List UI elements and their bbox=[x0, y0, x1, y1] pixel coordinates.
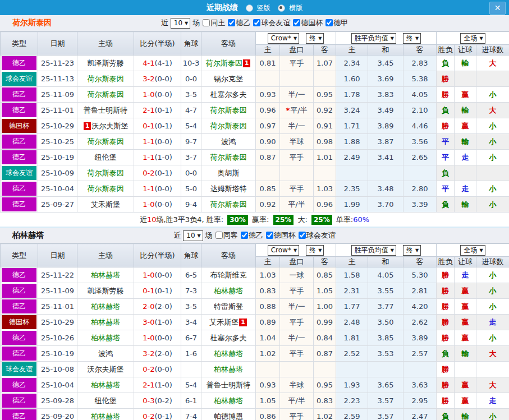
score-cell: 0-1(0-1) bbox=[134, 118, 181, 134]
result-wld-cell: 平 bbox=[437, 150, 455, 165]
score-halftime: (1-0) bbox=[154, 153, 172, 161]
crow-handicap-cell: 平手 bbox=[280, 283, 314, 299]
home-team-name: 沃尔夫斯堡 bbox=[91, 122, 128, 130]
filter-德国杯[interactable]: 德国杯 bbox=[263, 230, 296, 241]
matches-unit-label: 场 bbox=[192, 18, 200, 28]
crow-away-odds-cell: 0.87 bbox=[314, 346, 336, 362]
filter-checkbox[interactable] bbox=[299, 232, 306, 239]
result-handicap-cell: 走 bbox=[455, 267, 476, 283]
avg-draw-odds-cell: 3.57 bbox=[368, 409, 403, 420]
result-goals-cell: 小 bbox=[476, 181, 509, 197]
corners-cell: 5-4 bbox=[181, 118, 201, 134]
filter-checkbox[interactable] bbox=[253, 19, 260, 26]
odds-stage-select[interactable]: 终▼ bbox=[306, 33, 324, 44]
away-team-cell: 杜塞尔多夫 bbox=[201, 87, 256, 103]
table-head: 类型 日期 主场 比分(半场) 角球 客场 Crow*▼ 终▼ 胜平负均值▼ 终… bbox=[1, 32, 509, 56]
match-count-select[interactable]: 10▼ bbox=[183, 230, 203, 241]
col-score: 比分(半场) bbox=[134, 244, 181, 267]
avg-home-odds-cell: 1.58 bbox=[336, 267, 368, 283]
matches-tbody-holstein: 德乙25-11-23凯泽斯劳滕4-1(4-1)10-3荷尔斯泰因10.81平手1… bbox=[1, 56, 509, 213]
subcol-crow-home: 主 bbox=[256, 45, 280, 56]
filters-hertha: 近 10▼ 场 同客德乙德国杯球会友谊 bbox=[173, 230, 335, 241]
avg-home-odds-cell: 1.77 bbox=[336, 299, 368, 315]
filter-同主[interactable]: 同主 bbox=[200, 18, 225, 28]
avg-odds-select[interactable]: 胜平负均值▼ bbox=[351, 245, 396, 256]
crow-home-odds-cell bbox=[256, 362, 280, 377]
league-cell: 德乙 bbox=[1, 409, 38, 420]
avg-draw-odds-cell: 3.53 bbox=[368, 346, 403, 362]
filter-checkbox[interactable] bbox=[203, 19, 210, 26]
odds-stage-select[interactable]: 终▼ bbox=[306, 245, 324, 256]
avg-odds-select[interactable]: 胜平负均值▼ bbox=[351, 33, 396, 44]
league-cell: 德乙 bbox=[1, 181, 38, 197]
home-team-name: 荷尔斯泰因 bbox=[88, 90, 124, 99]
odds-company-select[interactable]: Crow*▼ bbox=[268, 245, 299, 256]
away-team-cell: 波鸿 bbox=[201, 134, 256, 150]
result-goals-cell: 小 bbox=[476, 197, 509, 213]
filter-checkbox[interactable] bbox=[215, 232, 223, 239]
filter-checkbox[interactable] bbox=[293, 19, 300, 26]
avg-draw-odds-cell: 3.87 bbox=[368, 134, 403, 150]
radio-horizontal-label[interactable]: 横版 bbox=[289, 4, 302, 12]
scope-select[interactable]: 全场▼ bbox=[460, 33, 485, 44]
away-team-name: 柏林赫塔 bbox=[214, 365, 243, 373]
away-team-name: 荷尔斯泰因 bbox=[210, 106, 247, 114]
result-wld-cell: 勝 bbox=[437, 87, 455, 103]
filter-德国杯[interactable]: 德国杯 bbox=[290, 18, 323, 28]
avg-away-odds-cell: 5.38 bbox=[403, 71, 437, 87]
matches-table-hertha: 类型 日期 主场 比分(半场) 角球 客场 Crow*▼ 终▼ 胜平负均值▼ 终… bbox=[0, 243, 509, 420]
league-cell: 德乙 bbox=[1, 299, 38, 315]
titlebar: 近期战绩 竖版 横版 ✕ bbox=[0, 0, 509, 15]
recent-results-window: 近期战绩 竖版 横版 ✕ 荷尔斯泰因 近 10▼ 场 同主德乙球会友谊德国杯德甲… bbox=[0, 0, 509, 420]
score-halftime: (0-0) bbox=[154, 90, 172, 99]
league-badge: 德乙 bbox=[2, 331, 36, 345]
league-cell: 德国杯 bbox=[1, 315, 38, 330]
filter-球会友谊[interactable]: 球会友谊 bbox=[250, 18, 290, 28]
league-cell: 球会友谊 bbox=[1, 362, 38, 377]
date-cell: 25-10-29 bbox=[38, 315, 77, 330]
odds-company-select[interactable]: Crow*▼ bbox=[268, 33, 299, 44]
odds-company-value: Crow* bbox=[271, 246, 291, 254]
radio-vertical-icon[interactable] bbox=[246, 4, 253, 12]
score-fulltime: 1-0 bbox=[143, 200, 154, 209]
subcol-avg-home: 主 bbox=[336, 45, 368, 56]
filter-checkbox[interactable] bbox=[325, 19, 333, 26]
avg-home-odds-cell: 1.60 bbox=[336, 71, 368, 87]
match-row: 德乙25-10-19纽伦堡1-1(1-0)3-7荷尔斯泰因0.87平手1.012… bbox=[1, 150, 509, 165]
crow-home-odds-cell: 0.85 bbox=[256, 181, 280, 197]
away-team-cell: 荷尔斯泰因1 bbox=[201, 56, 256, 71]
filter-checkbox[interactable] bbox=[266, 232, 273, 239]
filter-德乙[interactable]: 德乙 bbox=[225, 18, 250, 28]
filter-label: 德甲 bbox=[333, 18, 348, 28]
filter-checkbox[interactable] bbox=[241, 232, 248, 239]
score-halftime: (0-1) bbox=[154, 287, 172, 295]
filter-球会友谊[interactable]: 球会友谊 bbox=[296, 230, 336, 241]
league-badge: 德乙 bbox=[2, 378, 36, 392]
filter-德乙[interactable]: 德乙 bbox=[238, 230, 263, 241]
league-cell: 德乙 bbox=[1, 103, 38, 118]
scope-select[interactable]: 全场▼ bbox=[460, 245, 485, 256]
result-handicap-cell: 走 bbox=[455, 181, 476, 197]
filter-同客[interactable]: 同客 bbox=[213, 230, 238, 241]
result-goals-cell: 小 bbox=[476, 267, 509, 283]
filter-checkbox[interactable] bbox=[228, 19, 235, 26]
avg-stage-select[interactable]: 终▼ bbox=[403, 33, 421, 44]
radio-horizontal-icon[interactable] bbox=[278, 4, 285, 12]
home-team-name: 柏林赫塔 bbox=[91, 302, 120, 311]
col-corners: 角球 bbox=[181, 244, 201, 267]
filter-label: 德国杯 bbox=[301, 18, 323, 28]
radio-vertical-label[interactable]: 竖版 bbox=[257, 4, 270, 12]
league-cell: 德乙 bbox=[1, 87, 38, 103]
close-button[interactable]: ✕ bbox=[489, 2, 506, 15]
away-team-name: 奥胡斯 bbox=[218, 169, 240, 177]
match-count-select[interactable]: 10▼ bbox=[171, 18, 190, 29]
avg-away-odds-cell: 3.89 bbox=[403, 330, 437, 346]
crow-home-odds-cell: 0.93 bbox=[256, 87, 280, 103]
home-team-name: 纽伦堡 bbox=[95, 153, 117, 161]
avg-stage-select[interactable]: 终▼ bbox=[403, 245, 421, 256]
filter-德甲[interactable]: 德甲 bbox=[323, 18, 348, 28]
result-handicap-cell: 贏 bbox=[455, 299, 476, 315]
score-cell: 1-1(1-0) bbox=[134, 150, 181, 165]
corners-cell bbox=[181, 362, 201, 377]
scope-value: 全场 bbox=[464, 34, 477, 42]
